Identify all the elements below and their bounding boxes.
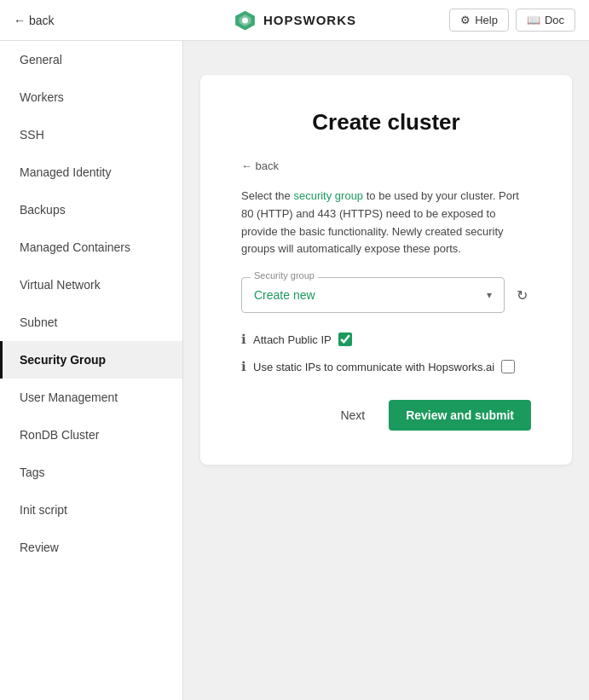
sidebar-item-managed-identity[interactable]: Managed Identity bbox=[0, 153, 182, 191]
chevron-down-icon: ▾ bbox=[487, 289, 492, 301]
security-group-value: Create new bbox=[254, 288, 315, 302]
logo-text: HOPSWORKS bbox=[263, 13, 356, 27]
doc-label: Doc bbox=[545, 14, 564, 26]
sidebar-item-subnet[interactable]: Subnet bbox=[0, 304, 182, 341]
security-group-form-group: Security group Create new ▾ ↻ bbox=[241, 277, 531, 313]
main-content: Create cluster ← back Select the securit… bbox=[183, 41, 589, 700]
header-back-link[interactable]: ← back bbox=[14, 14, 54, 27]
security-group-label: Security group bbox=[251, 270, 318, 281]
next-button[interactable]: Next bbox=[330, 402, 375, 429]
card-description: Select the security group to be used by … bbox=[241, 188, 531, 258]
sidebar-item-managed-containers[interactable]: Managed Containers bbox=[0, 229, 182, 266]
attach-public-ip-checkbox[interactable] bbox=[338, 333, 352, 346]
sidebar-item-workers[interactable]: Workers bbox=[0, 78, 182, 116]
security-group-link[interactable]: security group bbox=[293, 189, 363, 202]
sidebar-item-ssh[interactable]: SSH bbox=[0, 116, 182, 153]
card-footer: Next Review and submit bbox=[241, 400, 531, 431]
static-ips-checkbox[interactable] bbox=[501, 360, 515, 373]
sidebar-item-tags[interactable]: Tags bbox=[0, 454, 182, 491]
hopsworks-logo-icon bbox=[233, 9, 257, 32]
doc-icon: 📖 bbox=[527, 14, 540, 26]
help-button[interactable]: ⚙ Help bbox=[449, 9, 509, 32]
sidebar-item-review[interactable]: Review bbox=[0, 529, 182, 566]
header-logo: HOPSWORKS bbox=[233, 9, 356, 32]
help-label: Help bbox=[475, 14, 498, 26]
security-group-select[interactable]: Create new ▾ bbox=[242, 278, 504, 312]
card-back-link[interactable]: ← back bbox=[241, 159, 531, 172]
sidebar-item-virtual-network[interactable]: Virtual Network bbox=[0, 266, 182, 304]
description-text-1: Select the bbox=[241, 189, 293, 202]
static-ips-info-icon: ℹ bbox=[241, 359, 246, 374]
header-actions: ⚙ Help 📖 Doc bbox=[449, 9, 575, 32]
attach-public-ip-row: ℹ Attach Public IP bbox=[241, 332, 531, 347]
sidebar-item-init-script[interactable]: Init script bbox=[0, 491, 182, 529]
security-group-select-wrapper[interactable]: Security group Create new ▾ bbox=[241, 277, 505, 313]
card-back-label: ← back bbox=[241, 159, 279, 172]
sidebar-item-user-management[interactable]: User Management bbox=[0, 379, 182, 416]
review-submit-button[interactable]: Review and submit bbox=[389, 400, 531, 431]
help-icon: ⚙ bbox=[460, 14, 471, 26]
layout: GeneralWorkersSSHManaged IdentityBackups… bbox=[0, 41, 589, 700]
sidebar-item-security-group[interactable]: Security Group bbox=[0, 341, 182, 379]
sidebar-item-rondb-cluster[interactable]: RonDB Cluster bbox=[0, 416, 182, 454]
header: ← back HOPSWORKS ⚙ Help 📖 Doc bbox=[0, 0, 589, 41]
static-ips-row: ℹ Use static IPs to communicate with Hop… bbox=[241, 359, 531, 374]
svg-point-2 bbox=[241, 17, 247, 23]
card-title: Create cluster bbox=[241, 109, 531, 136]
doc-button[interactable]: 📖 Doc bbox=[516, 9, 575, 32]
sidebar: GeneralWorkersSSHManaged IdentityBackups… bbox=[0, 41, 183, 700]
attach-public-ip-info-icon: ℹ bbox=[241, 332, 246, 347]
create-cluster-card: Create cluster ← back Select the securit… bbox=[200, 75, 572, 465]
static-ips-label: Use static IPs to communicate with Hopsw… bbox=[253, 361, 494, 373]
sidebar-item-general[interactable]: General bbox=[0, 41, 182, 78]
sidebar-item-backups[interactable]: Backups bbox=[0, 191, 182, 229]
attach-public-ip-label: Attach Public IP bbox=[253, 333, 332, 346]
refresh-button[interactable]: ↻ bbox=[513, 284, 531, 307]
